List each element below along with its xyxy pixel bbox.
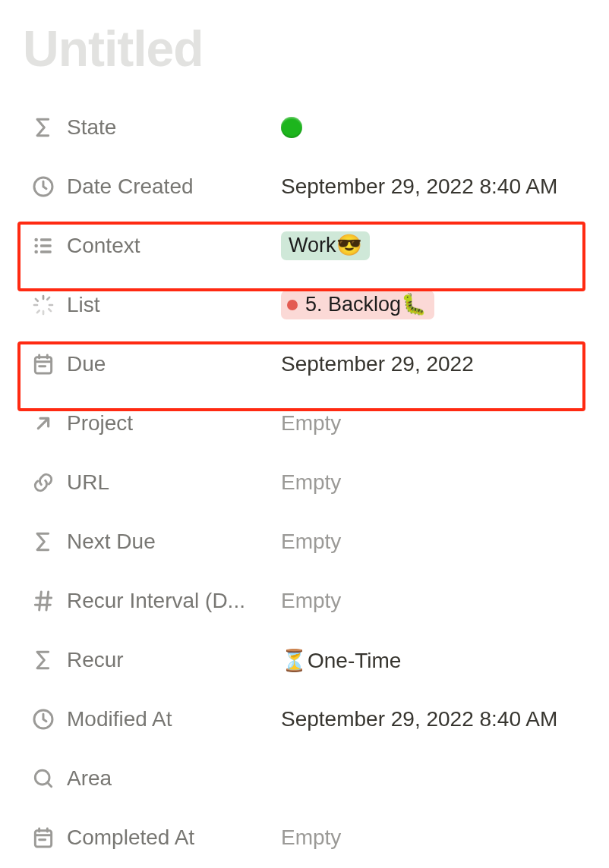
green-status-dot — [281, 117, 302, 138]
property-label: Date Created — [67, 175, 194, 199]
property-label: URL — [67, 470, 109, 495]
property-label: Next Due — [67, 530, 156, 554]
sigma-icon — [30, 647, 56, 673]
property-name-due[interactable]: Due — [23, 351, 281, 377]
property-row-url: URL Empty — [23, 453, 586, 512]
property-row-due: Due September 29, 2022 — [23, 335, 586, 394]
property-name-url[interactable]: URL — [23, 470, 281, 495]
property-name-date-created[interactable]: Date Created — [23, 174, 281, 200]
property-value-next-due[interactable]: Empty — [281, 512, 341, 571]
property-label: Context — [67, 234, 140, 258]
svg-rect-9 — [33, 304, 39, 307]
calendar-icon — [30, 825, 56, 851]
list-tag: 5. Backlog🐛 — [281, 291, 434, 319]
svg-rect-12 — [47, 308, 52, 313]
property-row-area: Area — [23, 749, 586, 808]
property-value-list[interactable]: 5. Backlog🐛 — [281, 275, 434, 335]
property-name-completed-at[interactable]: Completed At — [23, 825, 281, 851]
arrow-up-right-icon — [30, 410, 56, 436]
property-name-next-due[interactable]: Next Due — [23, 529, 281, 555]
svg-point-5 — [34, 250, 38, 254]
property-row-completed-at: Completed At Empty — [23, 808, 586, 867]
svg-rect-2 — [40, 239, 52, 241]
svg-rect-11 — [34, 297, 39, 303]
calendar-icon — [30, 351, 56, 377]
link-icon — [30, 470, 56, 495]
property-value-recur[interactable]: ⏳One-Time — [281, 631, 401, 690]
property-name-area[interactable]: Area — [23, 766, 281, 791]
property-value-state[interactable] — [281, 98, 302, 157]
property-name-recur[interactable]: Recur — [23, 647, 281, 673]
sigma-icon — [30, 115, 56, 140]
svg-point-3 — [34, 244, 38, 248]
bullet-list-icon — [30, 233, 56, 259]
property-row-recur: Recur ⏳One-Time — [23, 631, 586, 690]
property-value-modified-at[interactable]: September 29, 2022 8:40 AM — [281, 690, 557, 749]
red-dot-icon — [287, 300, 298, 310]
svg-rect-8 — [43, 310, 45, 316]
sigma-icon — [30, 529, 56, 555]
property-row-next-due: Next Due Empty — [23, 512, 586, 571]
property-name-state[interactable]: State — [23, 115, 281, 140]
property-label: Due — [67, 352, 106, 376]
clock-icon — [30, 174, 56, 200]
property-row-date-created: Date Created September 29, 2022 8:40 AM — [23, 157, 586, 216]
property-row-modified-at: Modified At September 29, 2022 8:40 AM — [23, 690, 586, 749]
property-label: Recur Interval (D... — [67, 589, 245, 613]
property-value-recur-interval[interactable]: Empty — [281, 571, 341, 631]
property-label: Project — [67, 411, 133, 436]
property-value-completed-at[interactable]: Empty — [281, 808, 341, 867]
svg-rect-14 — [36, 310, 41, 315]
svg-rect-7 — [43, 295, 45, 300]
property-name-project[interactable]: Project — [23, 410, 281, 436]
property-name-modified-at[interactable]: Modified At — [23, 706, 281, 732]
search-icon — [30, 766, 56, 791]
property-name-list[interactable]: List — [23, 292, 281, 318]
property-value-due[interactable]: September 29, 2022 — [281, 335, 474, 394]
clock-icon — [30, 706, 56, 732]
property-label: List — [67, 293, 100, 317]
property-label: State — [67, 115, 116, 140]
list-tag-label: 5. Backlog🐛 — [305, 291, 427, 318]
property-name-recur-interval[interactable]: Recur Interval (D... — [23, 588, 281, 614]
context-tag: Work😎 — [281, 231, 370, 260]
svg-rect-13 — [46, 296, 51, 301]
hash-icon — [30, 588, 56, 614]
svg-rect-6 — [40, 251, 52, 253]
property-list: State Date Created September 29, 2022 8:… — [23, 98, 586, 867]
svg-rect-4 — [40, 245, 52, 247]
page-title[interactable]: Untitled — [23, 23, 586, 75]
property-value-url[interactable]: Empty — [281, 453, 341, 512]
svg-point-1 — [34, 238, 38, 242]
property-label: Area — [67, 766, 112, 791]
property-label: Modified At — [67, 707, 172, 731]
property-row-list: List 5. Backlog🐛 — [23, 275, 586, 335]
loading-icon — [30, 292, 56, 318]
property-value-project[interactable]: Empty — [281, 394, 341, 453]
property-row-context: Context Work😎 — [23, 216, 586, 275]
property-row-recur-interval: Recur Interval (D... Empty — [23, 571, 586, 631]
property-row-state: State — [23, 98, 586, 157]
property-value-date-created[interactable]: September 29, 2022 8:40 AM — [281, 157, 557, 216]
svg-rect-10 — [49, 304, 54, 307]
property-label: Recur — [67, 648, 124, 672]
property-name-context[interactable]: Context — [23, 233, 281, 259]
property-label: Completed At — [67, 826, 194, 850]
property-value-context[interactable]: Work😎 — [281, 216, 370, 275]
property-row-project: Project Empty — [23, 394, 586, 453]
